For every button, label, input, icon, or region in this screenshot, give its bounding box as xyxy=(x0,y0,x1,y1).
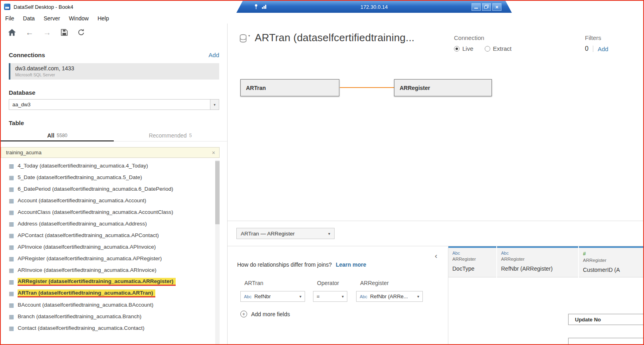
field-type-abc: Abc xyxy=(452,251,492,255)
window-titlebar: DataSelf Desktop - Book4 172.30.0.14 × xyxy=(1,1,643,13)
relationship-pair-value: ARTran — ARRegister xyxy=(241,231,295,237)
table-list: ▦ 4_Today (dataselfcertifiedtraining_acu… xyxy=(1,160,227,344)
grid-column-doctype[interactable]: Abc ARRegister DocType xyxy=(448,246,496,277)
window-title: DataSelf Desktop - Book4 xyxy=(14,4,73,10)
divider xyxy=(593,46,593,52)
database-select-value: aa_dw3 xyxy=(9,100,210,110)
restore-icon[interactable] xyxy=(482,3,491,11)
screen: DataSelf Desktop - Book4 172.30.0.14 × F… xyxy=(0,0,644,345)
add-filter-link[interactable]: Add xyxy=(598,46,608,52)
radio-dot xyxy=(454,46,460,52)
field-type-abc: Abc xyxy=(244,294,252,299)
connections-title: Connections xyxy=(9,52,45,58)
table-icon: ▦ xyxy=(9,314,14,319)
field-type-abc: Abc xyxy=(501,251,574,255)
menu-file[interactable]: File xyxy=(1,15,19,22)
table-item-label: APRegister (dataselfcertifiedtraining_ac… xyxy=(18,255,162,261)
table-item-label: 6_DatePeriod (dataselfcertifiedtraining_… xyxy=(18,186,173,192)
tab-recommended-count: 5 xyxy=(189,133,192,138)
table-list-item[interactable]: ▦ 6_DatePeriod (dataselfcertifiedtrainin… xyxy=(1,183,227,195)
table-item-label: Address (dataselfcertifiedtraining_acuma… xyxy=(18,221,147,227)
menu-window[interactable]: Window xyxy=(64,15,93,22)
table-list-item[interactable]: ▦ Account (dataselfcertifiedtraining_acu… xyxy=(1,195,227,206)
scrollbar-thumb[interactable] xyxy=(215,161,220,224)
filters-label: Filters xyxy=(585,34,608,41)
table-icon: ▦ xyxy=(9,198,14,203)
grid-column-customerid[interactable]: # ARRegister CustomerID (A xyxy=(579,246,643,277)
add-more-fields-button[interactable]: + Add more fields xyxy=(240,311,448,317)
partial-button[interactable] xyxy=(568,338,643,344)
table-list-item-highlighted[interactable]: ▦ ARRegister (dataselfcertifiedtraining_… xyxy=(1,276,227,287)
table-list-item[interactable]: ▦ APContact (dataselfcertifiedtraining_a… xyxy=(1,229,227,241)
tab-recommended[interactable]: Recommended 5 xyxy=(114,130,227,141)
datasource-title[interactable]: ARTran (dataselfcertifiedtraining... xyxy=(255,32,414,44)
refresh-icon[interactable] xyxy=(77,29,85,36)
update-now-button[interactable]: Update No xyxy=(568,314,643,325)
operator-select[interactable]: = ▾ xyxy=(313,291,347,302)
table-item-label: ARInvoice (dataselfcertifiedtraining_acu… xyxy=(18,267,156,273)
table-item-label: ARTran (dataselfcertifiedtraining_acumat… xyxy=(18,289,155,297)
table-list-item[interactable]: ▦ APRegister (dataselfcertifiedtraining_… xyxy=(1,253,227,264)
table-item-label: APContact (dataselfcertifiedtraining_acu… xyxy=(18,232,159,238)
menu-bar: File Data Server Window Help xyxy=(1,13,643,24)
table-list-item[interactable]: ▦ APInvoice (dataselfcertifiedtraining_a… xyxy=(1,241,227,253)
table-icon: ▦ xyxy=(9,302,14,308)
tab-all-count: 5580 xyxy=(57,133,67,138)
collapse-panel-icon[interactable]: ‹ xyxy=(435,252,437,259)
grid-column-table: ARRegister xyxy=(452,257,492,261)
database-select[interactable]: aa_dw3 ▾ xyxy=(9,99,219,110)
back-icon[interactable]: ← xyxy=(26,28,34,36)
table-list-item[interactable]: ▦ BAccount (dataselfcertifiedtraining_ac… xyxy=(1,299,227,311)
relationship-noodle[interactable] xyxy=(340,87,394,88)
table-list-item-highlighted[interactable]: ▦ ARTran (dataselfcertifiedtraining_acum… xyxy=(1,287,227,299)
menu-data[interactable]: Data xyxy=(19,15,40,22)
relationship-pair-select[interactable]: ARTran — ARRegister ▾ xyxy=(236,228,335,239)
home-icon[interactable] xyxy=(8,29,16,36)
filters-block: Filters 0 Add xyxy=(585,34,608,52)
left-field-select[interactable]: Abc RefNbr ▾ xyxy=(240,291,305,302)
database-icon[interactable]: ▾ xyxy=(240,34,250,44)
table-list-item[interactable]: ▦ 4_Today (dataselfcertifiedtraining_acu… xyxy=(1,160,227,172)
connections-header: Connections Add xyxy=(9,52,219,58)
table-icon: ▦ xyxy=(9,244,14,250)
clear-search-icon[interactable]: × xyxy=(208,150,219,156)
tab-all-label: All xyxy=(47,132,54,139)
chevron-down-icon[interactable]: ▾ xyxy=(210,100,219,110)
chevron-down-icon: ▾ xyxy=(248,34,250,38)
right-field-select[interactable]: Abc RefNbr (ARRe... ▾ xyxy=(356,291,423,302)
table-list-item[interactable]: ▦ Contact (dataselfcertifiedtraining_acu… xyxy=(1,322,227,334)
add-connection-link[interactable]: Add xyxy=(208,52,219,58)
save-icon[interactable] xyxy=(61,29,68,36)
table-icon: ▦ xyxy=(9,325,14,331)
relationship-canvas[interactable]: ARTran ARRegister xyxy=(228,61,643,221)
tab-all[interactable]: All 5580 xyxy=(1,130,114,141)
radio-extract[interactable]: Extract xyxy=(485,45,512,52)
radio-live[interactable]: Live xyxy=(454,45,474,52)
menu-server[interactable]: Server xyxy=(39,15,64,22)
learn-more-link[interactable]: Learn more xyxy=(336,261,366,268)
rdp-connection-bar: 172.30.0.14 × xyxy=(236,1,512,13)
table-item-label: ARRegister (dataselfcertifiedtraining_ac… xyxy=(18,278,176,286)
table-list-item[interactable]: ▦ Branch (dataselfcertifiedtraining_acum… xyxy=(1,311,227,322)
active-tab-underline xyxy=(1,140,114,142)
grid-column-refnbr[interactable]: Abc ARRegister RefNbr (ARRegister) xyxy=(497,246,578,277)
minimize-icon[interactable] xyxy=(472,3,481,11)
table-list-item[interactable]: ▦ 5_Date (dataselfcertifiedtraining_acum… xyxy=(1,172,227,183)
data-preview-grid: Abc ARRegister DocType Abc ARRegister Re… xyxy=(448,246,643,344)
close-icon[interactable]: × xyxy=(492,3,501,11)
table-node-artran[interactable]: ARTran xyxy=(240,79,339,96)
scrollbar-track[interactable] xyxy=(215,160,220,344)
forward-icon[interactable]: → xyxy=(43,28,51,36)
menu-help[interactable]: Help xyxy=(93,15,113,22)
table-list-item[interactable]: ▦ ARInvoice (dataselfcertifiedtraining_a… xyxy=(1,264,227,276)
right-field-value: RefNbr (ARRe... xyxy=(370,293,408,299)
table-tabs: All 5580 Recommended 5 xyxy=(1,130,227,142)
table-node-arregister[interactable]: ARRegister xyxy=(394,79,492,96)
radio-dot xyxy=(485,46,490,52)
chevron-down-icon: ▾ xyxy=(415,294,419,299)
connection-label: Connection xyxy=(454,34,511,41)
table-list-item[interactable]: ▦ Address (dataselfcertifiedtraining_acu… xyxy=(1,218,227,229)
connection-item[interactable]: dw3.dataself.com, 1433 Microsoft SQL Ser… xyxy=(9,63,219,80)
table-list-item[interactable]: ▦ AccountClass (dataselfcertifiedtrainin… xyxy=(1,206,227,218)
search-input[interactable] xyxy=(1,150,208,156)
